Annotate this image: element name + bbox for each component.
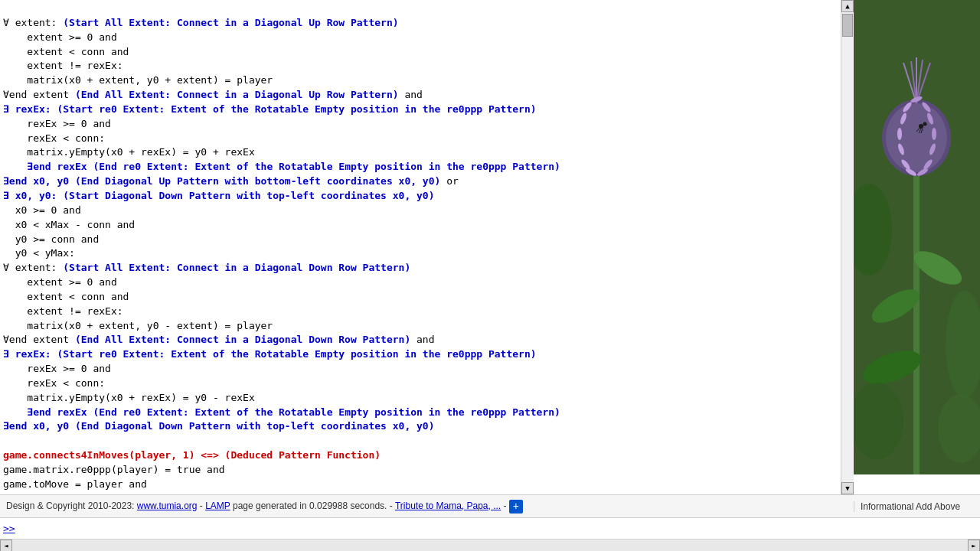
footer-gen-time: page generated in 0.029988 seconds. - — [230, 500, 395, 511]
footer-ad-label: Informational Add Above — [861, 501, 960, 512]
main-row: ∀ extent: (Start All Extent: Connect in … — [0, 0, 980, 494]
outer-container: ∀ extent: (Start All Extent: Connect in … — [0, 0, 980, 551]
scroll-right-button[interactable]: ► — [968, 540, 980, 552]
footer-link-lamp[interactable]: LAMP — [205, 500, 230, 511]
footer-left: Design & Copyright 2010-2023: www.tumia.… — [0, 500, 854, 514]
footer-copyright: Design & Copyright 2010-2023: — [6, 500, 137, 511]
nav-next-link[interactable]: >> — [3, 523, 15, 534]
footer-plus-button[interactable]: + — [509, 500, 523, 514]
footer-right: Informational Add Above — [854, 501, 980, 512]
footer-sep2: - — [501, 500, 509, 511]
svg-point-26 — [923, 122, 927, 126]
scroll-left-button[interactable]: ◄ — [0, 540, 12, 552]
scroll-thumb[interactable] — [842, 14, 853, 37]
hscroll-track[interactable] — [12, 540, 968, 551]
svg-point-17 — [897, 128, 902, 140]
sidebar-image — [854, 0, 980, 474]
footer-link-tumia[interactable]: www.tumia.org — [137, 500, 198, 511]
scroll-up-button[interactable]: ▲ — [841, 0, 854, 12]
footer-sep1: - — [197, 500, 205, 511]
svg-point-6 — [886, 103, 947, 172]
content-area: ∀ extent: (Start All Extent: Connect in … — [0, 0, 841, 494]
horizontal-scrollbar: ◄ ► — [0, 539, 980, 551]
scroll-down-button[interactable]: ▼ — [841, 482, 854, 494]
nav-row: >> — [0, 517, 980, 539]
svg-point-18 — [932, 128, 936, 140]
line-1: ∀ extent: (Start All Extent: Connect in … — [3, 17, 560, 494]
code-block: ∀ extent: (Start All Extent: Connect in … — [3, 2, 838, 494]
footer: Design & Copyright 2010-2023: www.tumia.… — [0, 494, 980, 517]
sidebar — [854, 0, 980, 494]
content-scroll: ∀ extent: (Start All Extent: Connect in … — [0, 0, 841, 494]
footer-link-tribute[interactable]: Tribute to Mama, Papa, ... — [395, 500, 501, 511]
vertical-scrollbar: ▲ ▼ — [841, 0, 854, 494]
main-content-with-scroll: ∀ extent: (Start All Extent: Connect in … — [0, 0, 854, 494]
